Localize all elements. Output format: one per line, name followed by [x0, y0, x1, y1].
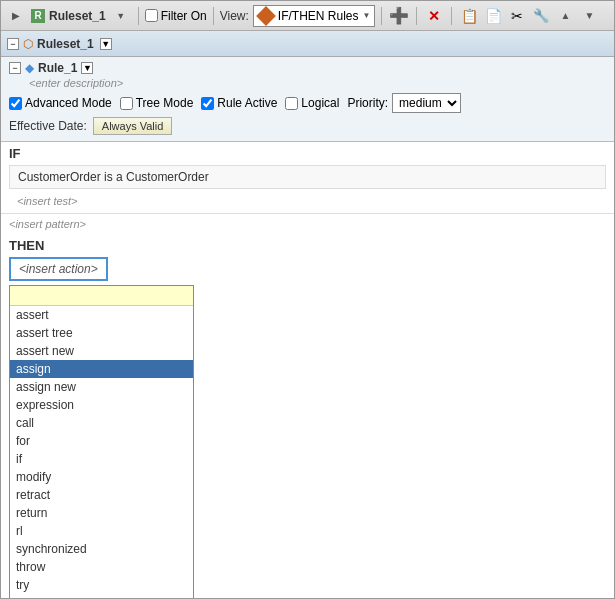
insert-action-button[interactable]: <insert action>	[9, 257, 108, 281]
filter-checkbox[interactable]	[145, 9, 158, 22]
rule-active-checkbox[interactable]	[201, 97, 214, 110]
delete-button[interactable]: ✕	[423, 5, 445, 27]
move-down-btn[interactable]: ▼	[578, 5, 600, 27]
ruleset-expand-icon[interactable]: −	[7, 38, 19, 50]
dropdown-item-assert-new[interactable]: assert new	[10, 342, 193, 360]
priority-label: Priority:	[347, 96, 388, 110]
separator-1	[138, 7, 139, 25]
toolbar: ▶ R Ruleset_1 ▼ Filter On View: IF/THEN …	[1, 1, 614, 31]
dropdown-item-if[interactable]: if	[10, 450, 193, 468]
dropdown-item-retract[interactable]: retract	[10, 486, 193, 504]
dropdown-item-call[interactable]: call	[10, 414, 193, 432]
advanced-mode-text: Advanced Mode	[25, 96, 112, 110]
tool-icon-btn[interactable]: 🔧	[530, 5, 552, 27]
then-label: THEN	[9, 238, 606, 253]
copy-icon-btn[interactable]: 📋	[458, 5, 480, 27]
dropdown-item-while[interactable]: while	[10, 594, 193, 598]
then-section: THEN <insert action> assertassert treeas…	[1, 234, 614, 598]
if-label: IF	[9, 146, 606, 161]
separator-2	[213, 7, 214, 25]
view-option-text: IF/THEN Rules	[278, 9, 359, 23]
main-container: ▶ R Ruleset_1 ▼ Filter On View: IF/THEN …	[0, 0, 615, 599]
ruleset-options-icon[interactable]: ▼	[100, 38, 112, 50]
rule-type-icon: ◆	[25, 61, 34, 75]
separator-5	[451, 7, 452, 25]
priority-area: Priority: low medium high	[347, 93, 461, 113]
cut-icon-btn[interactable]: ✂	[506, 5, 528, 27]
move-up-btn[interactable]: ▲	[554, 5, 576, 27]
effective-date-label: Effective Date:	[9, 119, 87, 133]
advanced-mode-checkbox[interactable]	[9, 97, 22, 110]
dropdown-item-try[interactable]: try	[10, 576, 193, 594]
view-label: View:	[220, 9, 249, 23]
rule-section: − ◆ Rule_1 ▼ <enter description> Advance…	[1, 57, 614, 142]
priority-select[interactable]: low medium high	[392, 93, 461, 113]
dropdown-item-assign[interactable]: assign	[10, 360, 193, 378]
always-valid-button[interactable]: Always Valid	[93, 117, 173, 135]
if-section: IF CustomerOrder is a CustomerOrder <ins…	[1, 142, 614, 214]
separator-4	[416, 7, 417, 25]
rule-active-label[interactable]: Rule Active	[201, 96, 277, 110]
expand-ruleset-btn[interactable]: ▶	[5, 5, 27, 27]
view-dropdown[interactable]: IF/THEN Rules ▼	[253, 5, 376, 27]
dropdown-item-assert-tree[interactable]: assert tree	[10, 324, 193, 342]
rule-options-icon[interactable]: ▼	[81, 62, 93, 74]
rule-expand-icon[interactable]: −	[9, 62, 21, 74]
dropdown-search-input[interactable]	[10, 286, 193, 306]
effective-date-row: Effective Date: Always Valid	[9, 117, 606, 135]
dropdown-item-modify[interactable]: modify	[10, 468, 193, 486]
add-button[interactable]: ➕	[388, 5, 410, 27]
view-dropdown-arrow-icon: ▼	[363, 11, 371, 20]
ruleset-menu-btn[interactable]: ▼	[110, 5, 132, 27]
dropdown-item-synchronized[interactable]: synchronized	[10, 540, 193, 558]
ruleset-header-name: Ruleset_1	[37, 37, 94, 51]
dropdown-item-return[interactable]: return	[10, 504, 193, 522]
action-icons: 📋 📄 ✂ 🔧 ▲ ▼	[458, 5, 600, 27]
filter-label: Filter On	[161, 9, 207, 23]
rule-active-text: Rule Active	[217, 96, 277, 110]
view-icon-wrapper	[258, 8, 274, 24]
dropdown-item-for[interactable]: for	[10, 432, 193, 450]
insert-pattern-link[interactable]: <insert pattern>	[1, 214, 614, 234]
ruleset-header: − ⬡ Ruleset_1 ▼	[1, 31, 614, 57]
rule-name: Rule_1	[38, 61, 77, 75]
rule-header: − ◆ Rule_1 ▼	[9, 61, 606, 75]
filter-area: Filter On	[145, 9, 207, 23]
insert-test-link[interactable]: <insert test>	[9, 193, 606, 209]
dropdown-item-expression[interactable]: expression	[10, 396, 193, 414]
paste-icon-btn[interactable]: 📄	[482, 5, 504, 27]
logical-checkbox[interactable]	[285, 97, 298, 110]
logical-label[interactable]: Logical	[285, 96, 339, 110]
ruleset-name: Ruleset_1	[49, 9, 106, 23]
view-diamond-icon	[256, 6, 276, 26]
content-area: IF CustomerOrder is a CustomerOrder <ins…	[1, 142, 614, 598]
advanced-mode-label[interactable]: Advanced Mode	[9, 96, 112, 110]
dropdown-item-assert[interactable]: assert	[10, 306, 193, 324]
tree-mode-text: Tree Mode	[136, 96, 194, 110]
tree-mode-label[interactable]: Tree Mode	[120, 96, 194, 110]
ruleset-icon: R	[31, 9, 45, 23]
dropdown-item-throw[interactable]: throw	[10, 558, 193, 576]
separator-3	[381, 7, 382, 25]
dropdown-list-container: assertassert treeassert newassignassign …	[9, 285, 194, 598]
tree-mode-checkbox[interactable]	[120, 97, 133, 110]
ruleset-type-icon: ⬡	[23, 37, 33, 51]
dropdown-items: assertassert treeassert newassignassign …	[10, 306, 193, 598]
dropdown-item-assign-new[interactable]: assign new	[10, 378, 193, 396]
condition-row: CustomerOrder is a CustomerOrder	[9, 165, 606, 189]
rule-description: <enter description>	[29, 77, 606, 89]
dropdown-item-rl[interactable]: rl	[10, 522, 193, 540]
logical-text: Logical	[301, 96, 339, 110]
rule-options: Advanced Mode Tree Mode Rule Active Logi…	[9, 93, 606, 113]
